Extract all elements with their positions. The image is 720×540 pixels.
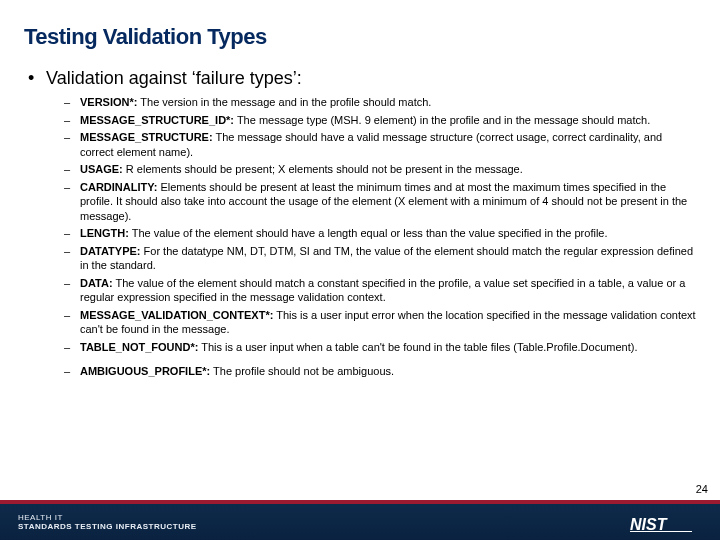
failure-type-term: USAGE: (80, 163, 123, 175)
bullet-list-level1: Validation against ‘failure types’: VERS… (24, 68, 696, 379)
failure-type-desc: The value of the element should have a l… (129, 227, 608, 239)
svg-rect-1 (630, 531, 692, 532)
failure-type-desc: R elements should be present; X elements… (123, 163, 523, 175)
failure-type-term: CARDINALITY: (80, 181, 157, 193)
footer-line2: STANDARDS TESTING INFRASTRUCTURE (18, 523, 197, 532)
page-number: 24 (696, 483, 708, 495)
slide-body: Validation against ‘failure types’: VERS… (24, 68, 696, 383)
failure-type-item: LENGTH: The value of the element should … (46, 226, 696, 241)
failure-type-item: DATA: The value of the element should ma… (46, 276, 696, 305)
failure-type-term: LENGTH: (80, 227, 129, 239)
failure-type-item: MESSAGE_VALIDATION_CONTEXT*: This is a u… (46, 308, 696, 337)
failure-type-term: DATA: (80, 277, 113, 289)
failure-type-item: MESSAGE_STRUCTURE_ID*: The message type … (46, 113, 696, 128)
failure-type-term: AMBIGUOUS_PROFILE*: (80, 365, 210, 377)
failure-type-desc: Elements should be present at least the … (80, 181, 687, 222)
failure-type-desc: The message type (MSH. 9 element) in the… (234, 114, 650, 126)
failure-type-item: AMBIGUOUS_PROFILE*: The profile should n… (46, 364, 696, 379)
lead-bullet: Validation against ‘failure types’: VERS… (24, 68, 696, 379)
failure-type-item: CARDINALITY: Elements should be present … (46, 180, 696, 224)
svg-text:NIST: NIST (630, 516, 668, 533)
footer-bar: HEALTH IT STANDARDS TESTING INFRASTRUCTU… (0, 504, 720, 540)
failure-type-item: USAGE: R elements should be present; X e… (46, 162, 696, 177)
failure-type-item: TABLE_NOT_FOUND*: This is a user input w… (46, 340, 696, 355)
slide-title: Testing Validation Types (24, 24, 267, 50)
failure-type-term: MESSAGE_STRUCTURE: (80, 131, 213, 143)
lead-text: Validation against ‘failure types’: (46, 68, 302, 88)
failure-type-item: VERSION*: The version in the message and… (46, 95, 696, 110)
slide: Testing Validation Types Validation agai… (0, 0, 720, 540)
failure-type-term: MESSAGE_STRUCTURE_ID*: (80, 114, 234, 126)
failure-type-desc: The value of the element should match a … (80, 277, 685, 304)
failure-type-term: TABLE_NOT_FOUND*: (80, 341, 198, 353)
nist-logo-icon: NIST (630, 514, 700, 534)
failure-type-term: VERSION*: (80, 96, 137, 108)
failure-type-desc: The profile should not be ambiguous. (210, 365, 394, 377)
failure-type-item: DATATYPE: For the datatype NM, DT, DTM, … (46, 244, 696, 273)
failure-type-item: MESSAGE_STRUCTURE: The message should ha… (46, 130, 696, 159)
failure-type-term: DATATYPE: (80, 245, 141, 257)
footer-left-text: HEALTH IT STANDARDS TESTING INFRASTRUCTU… (18, 514, 197, 532)
bullet-list-level2: VERSION*: The version in the message and… (46, 95, 696, 379)
failure-type-desc: For the datatype NM, DT, DTM, SI and TM,… (80, 245, 693, 272)
failure-type-desc: This is a user input when a table can't … (198, 341, 637, 353)
failure-type-desc: The version in the message and in the pr… (137, 96, 431, 108)
failure-type-term: MESSAGE_VALIDATION_CONTEXT*: (80, 309, 273, 321)
footer: HEALTH IT STANDARDS TESTING INFRASTRUCTU… (0, 500, 720, 540)
